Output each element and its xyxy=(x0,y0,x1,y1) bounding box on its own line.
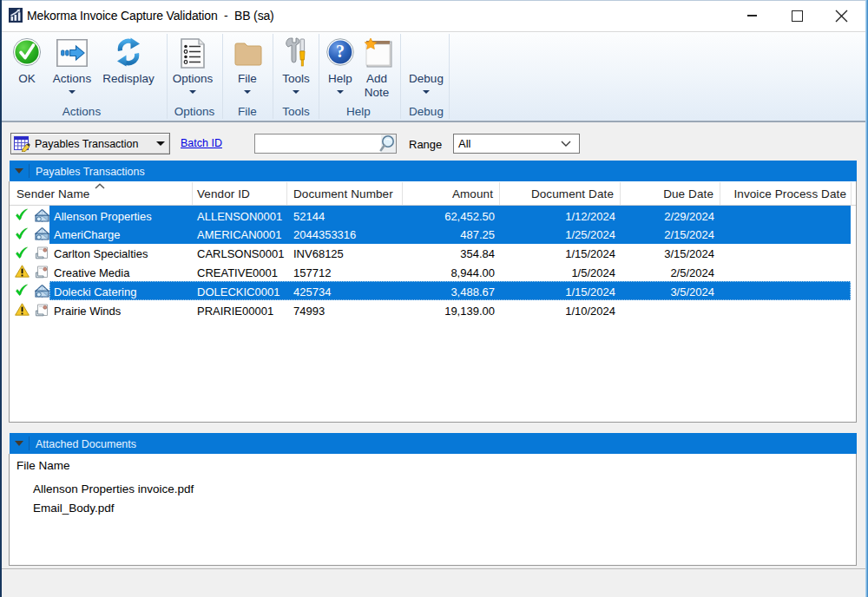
svg-text:?: ? xyxy=(336,42,345,61)
